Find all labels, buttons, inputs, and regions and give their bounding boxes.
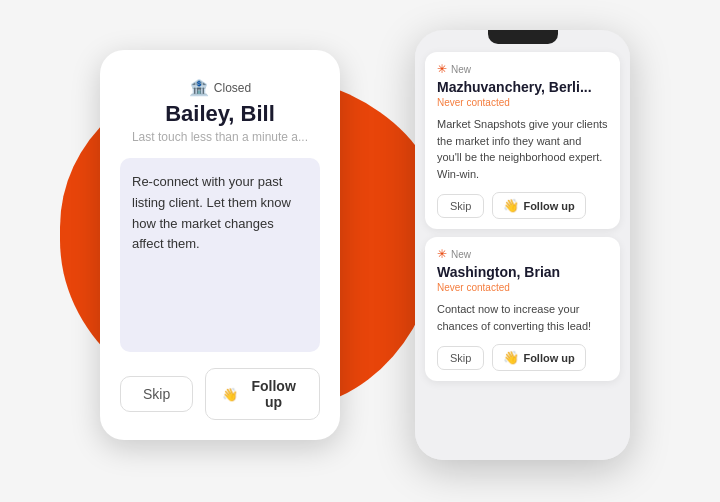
bottom-card-never: Never contacted [437,282,608,293]
left-card-name: Bailey, Bill [120,101,320,127]
bottom-card-new-label: New [451,249,471,260]
phone-right: ✳ New Mazhuvanchery, Berli... Never cont… [415,30,630,460]
bottom-card-actions: Skip 👋 Follow up [437,344,608,371]
right-card-top: ✳ New Mazhuvanchery, Berli... Never cont… [425,52,620,229]
right-card-bottom: ✳ New Washington, Brian Never contacted … [425,237,620,381]
new-star-top: ✳ [437,62,447,76]
bottom-card-message: Contact now to increase your chances of … [437,301,608,334]
bottom-followup-button[interactable]: 👋 Follow up [492,344,585,371]
top-card-actions: Skip 👋 Follow up [437,192,608,219]
left-followup-label: Follow up [244,378,303,410]
bottom-skip-button[interactable]: Skip [437,346,484,370]
top-card-name: Mazhuvanchery, Berli... [437,79,608,95]
left-card-subtitle: Last touch less than a minute a... [120,130,320,144]
top-card-message: Market Snapshots give your clients the m… [437,116,608,182]
left-card-message: Re-connect with your past listing client… [120,158,320,352]
top-skip-button[interactable]: Skip [437,194,484,218]
closed-icon: 🏦 [189,78,209,97]
top-followup-button[interactable]: 👋 Follow up [492,192,585,219]
hand-icon-top: 👋 [503,198,519,213]
top-card-never: Never contacted [437,97,608,108]
top-card-new-label: New [451,64,471,75]
left-skip-button[interactable]: Skip [120,376,193,412]
left-card-status: 🏦 Closed [120,78,320,97]
phone-left: 🏦 Closed Bailey, Bill Last touch less th… [100,50,340,440]
bottom-followup-label: Follow up [523,352,574,364]
bottom-card-new-row: ✳ New [437,247,608,261]
top-card-new-row: ✳ New [437,62,608,76]
phone-notch [488,30,558,44]
top-followup-label: Follow up [523,200,574,212]
left-card-status-label: Closed [214,81,251,95]
left-followup-button[interactable]: 👋 Follow up [205,368,320,420]
hand-icon-left: 👋 [222,387,238,402]
left-card-actions: Skip 👋 Follow up [120,368,320,420]
scene: 🏦 Closed Bailey, Bill Last touch less th… [0,0,720,502]
new-star-bottom: ✳ [437,247,447,261]
bottom-card-name: Washington, Brian [437,264,608,280]
phone-right-screen: ✳ New Mazhuvanchery, Berli... Never cont… [415,44,630,460]
hand-icon-bottom: 👋 [503,350,519,365]
